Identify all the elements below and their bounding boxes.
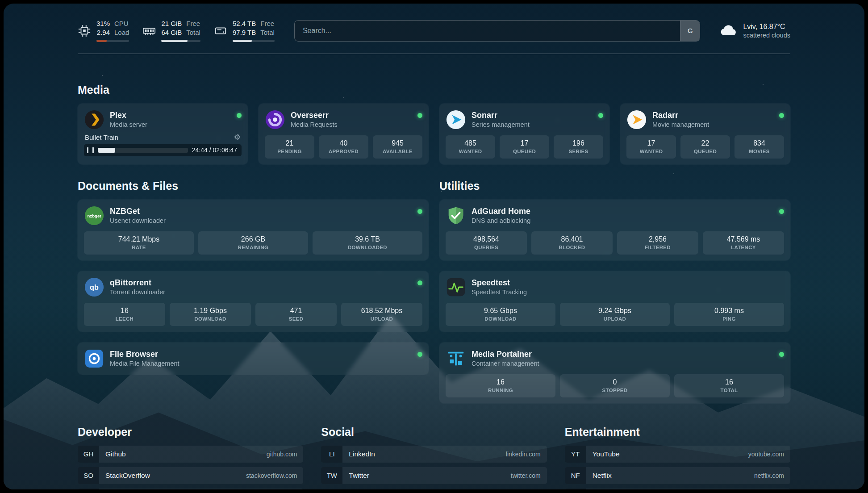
disk-free-label: Free <box>260 20 275 28</box>
gear-icon[interactable]: ⚙ <box>234 134 241 141</box>
service-card-adguard[interactable]: AdGuard Home DNS and adblocking 498,564 … <box>439 200 790 260</box>
bookmark-netflix[interactable]: NF Netflix netflix.com <box>565 467 790 484</box>
bookmark-abbr: NF <box>565 467 586 484</box>
stat-pending: 21 PENDING <box>265 135 314 159</box>
bookmark-abbr: LI <box>321 446 342 463</box>
playback-progress-fill <box>98 148 115 153</box>
status-dot <box>417 280 422 285</box>
stat-total: 16 TOTAL <box>674 374 784 397</box>
disk-total-label: Total <box>260 29 275 37</box>
cpu-widget: 31% CPU 2.94 Load <box>78 20 129 42</box>
bookmark-linkedin[interactable]: LI LinkedIn linkedin.com <box>321 446 547 463</box>
stat-ping: 0.993 ms PING <box>674 303 784 326</box>
status-dot <box>417 113 422 118</box>
cpu-icon <box>78 24 91 38</box>
bookmark-stackoverflow[interactable]: SO StackOverflow stackoverflow.com <box>78 467 303 484</box>
bookmark-url: twitter.com <box>511 472 541 479</box>
section-title-documents: Documents & Files <box>78 180 429 192</box>
bookmark-name: Twitter <box>349 472 369 480</box>
service-card-qbittorrent[interactable]: qb qBittorrent Torrent downloader 16 <box>78 271 429 332</box>
bookmark-name: YouTube <box>593 450 620 458</box>
stat-rate: 744.21 Mbps RATE <box>84 231 194 255</box>
dashboard-content: 31% CPU 2.94 Load 21 GiB Free 64 GiB <box>4 4 864 489</box>
service-subtitle: Series management <box>472 121 530 128</box>
stat-latency: 47.569 ms LATENCY <box>703 231 784 255</box>
cpu-label: CPU <box>114 20 129 28</box>
service-subtitle: Movie management <box>652 121 709 128</box>
service-name: Sonarr <box>472 111 530 120</box>
header-divider <box>78 54 790 54</box>
cpu-percent: 31% <box>96 20 110 28</box>
bookmark-reddit[interactable]: RE Reddit reddit.com <box>565 489 790 490</box>
search-input[interactable] <box>295 21 680 41</box>
stat-blocked: 86,401 BLOCKED <box>531 231 613 255</box>
service-card-speedtest[interactable]: Speedtest Speedtest Tracking 9.65 Gbps D… <box>439 271 790 332</box>
playback-time: 24:44 / 02:06:47 <box>192 146 237 154</box>
speedtest-icon <box>446 277 466 297</box>
section-utilities: Utilities AdGuard Home DNS and adblockin… <box>439 180 790 403</box>
service-card-sonarr[interactable]: Sonarr Series management 485 WANTED 17 Q… <box>439 104 609 164</box>
bookmark-name: Netflix <box>593 472 612 480</box>
memory-icon <box>142 24 156 38</box>
bookmark-github[interactable]: GH Github github.com <box>78 446 303 463</box>
cpu-bar-fill <box>96 40 107 42</box>
service-card-portainer[interactable]: Media Portainer Container management 16 … <box>439 343 790 403</box>
stat-running: 16 RUNNING <box>446 374 555 397</box>
disk-bar-fill <box>233 40 252 42</box>
section-social: Social LI LinkedIn linkedin.com TW Twitt… <box>321 426 547 490</box>
bookmark-url: youtube.com <box>748 451 784 458</box>
service-card-filebrowser[interactable]: File Browser Media File Management <box>78 343 429 375</box>
bookmark-url: linkedin.com <box>506 451 541 458</box>
service-card-radarr[interactable]: Radarr Movie management 17 WANTED 22 QUE… <box>620 104 790 164</box>
disk-total-value: 97.9 TB <box>233 29 256 37</box>
search-provider-button[interactable]: G <box>680 21 700 41</box>
service-subtitle: Media server <box>110 121 147 128</box>
svg-text:qb: qb <box>90 283 99 291</box>
top-bar: 31% CPU 2.94 Load 21 GiB Free 64 GiB <box>78 20 790 42</box>
weather-location: Lviv, 16.87°C <box>743 23 790 31</box>
memory-free-label: Free <box>186 20 200 28</box>
stat-leech: 16 LEECH <box>84 303 165 326</box>
stat-available: 945 AVAILABLE <box>373 135 422 159</box>
section-title-social: Social <box>321 426 547 439</box>
bookmark-twitter[interactable]: TW Twitter twitter.com <box>321 467 547 484</box>
cloud-icon <box>720 25 738 37</box>
bookmark-abbr: TW <box>321 467 342 484</box>
service-subtitle: Speedtest Tracking <box>472 288 527 296</box>
section-entertainment: Entertainment YT YouTube youtube.com NF … <box>565 426 790 490</box>
bookmark-url: netflix.com <box>754 472 784 479</box>
nzbget-icon: nzbget <box>84 205 104 226</box>
disk-bar <box>233 40 275 42</box>
bookmark-dev[interactable]: DT DEV dev.to <box>78 489 303 490</box>
bookmark-name: StackOverflow <box>105 472 150 480</box>
service-subtitle: Container management <box>472 360 539 367</box>
plex-icon <box>84 109 104 130</box>
service-name: Radarr <box>652 111 709 120</box>
status-dot <box>779 113 784 118</box>
memory-bar <box>161 40 200 42</box>
stat-queued: 22 QUEUED <box>680 135 730 159</box>
plex-now-playing: Bullet Train ⚙ 24:44 / 02:06:47 <box>84 134 242 156</box>
stat-stopped: 0 STOPPED <box>560 374 670 397</box>
service-subtitle: Media Requests <box>291 121 338 128</box>
bookmark-youtube[interactable]: YT YouTube youtube.com <box>565 446 790 463</box>
service-card-nzbget[interactable]: nzbget NZBGet Usenet downloader 744.21 M… <box>78 200 429 260</box>
radarr-icon <box>626 109 647 130</box>
sonarr-icon <box>446 109 466 130</box>
memory-total-label: Total <box>186 29 200 37</box>
portainer-icon <box>446 348 466 369</box>
stat-queued: 17 QUEUED <box>500 135 549 159</box>
stat-download: 1.19 Gbps DOWNLOAD <box>170 303 251 326</box>
section-developer: Developer GH Github github.com SO StackO… <box>78 426 303 490</box>
service-card-plex[interactable]: Plex Media server Bullet Train ⚙ <box>78 104 248 164</box>
disk-widget: 52.4 TB Free 97.9 TB Total <box>214 20 275 42</box>
playback-progress-bar[interactable] <box>98 148 188 153</box>
service-card-overseerr[interactable]: Overseerr Media Requests 21 PENDING 40 A… <box>259 104 429 164</box>
dashboard-screen: 31% CPU 2.94 Load 21 GiB Free 64 GiB <box>4 4 864 489</box>
bookmark-url: stackoverflow.com <box>246 472 297 479</box>
bookmark-abbr: RE <box>565 489 586 490</box>
disk-icon <box>214 24 227 38</box>
status-dot <box>417 209 422 214</box>
pause-icon[interactable] <box>87 147 94 153</box>
status-dot <box>779 352 784 357</box>
